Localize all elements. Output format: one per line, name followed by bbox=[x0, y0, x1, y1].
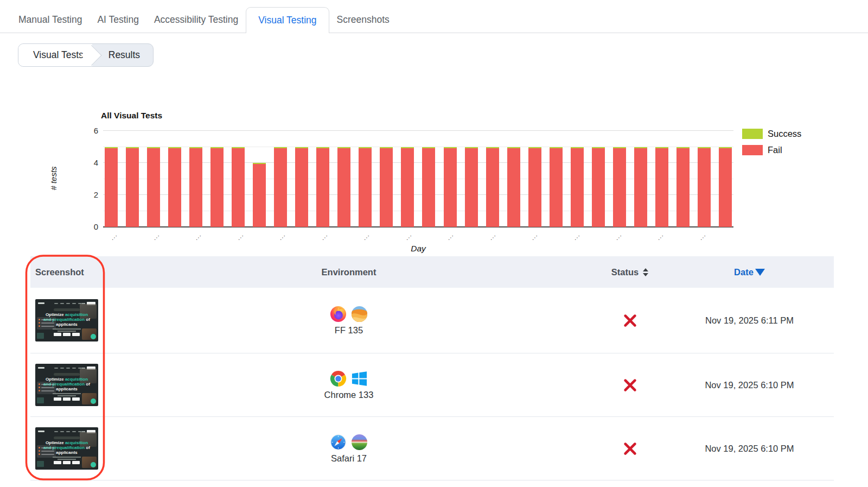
result-date: Nov 19, 2025 6:10 PM bbox=[665, 444, 834, 454]
fail-bar bbox=[676, 147, 690, 227]
environment-label: Safari 17 bbox=[331, 453, 367, 464]
legend-entry-fail: Fail bbox=[742, 145, 801, 155]
legend-label: Fail bbox=[768, 145, 782, 155]
thumb-chat-widget-icon bbox=[91, 334, 96, 339]
x-tick-label: ... bbox=[655, 231, 665, 241]
fail-bar bbox=[444, 147, 457, 227]
fail-bar bbox=[401, 147, 414, 227]
thumb-bottom-left-block bbox=[37, 397, 44, 403]
chart-y-axis-label: # tests bbox=[49, 157, 58, 200]
screenshot-thumbnail[interactable]: Optimize acquisition and prequalificatio… bbox=[35, 299, 98, 341]
windows-icon bbox=[351, 370, 368, 387]
fail-bar bbox=[422, 147, 435, 227]
tab-accessibility-testing[interactable]: Accessibility Testing bbox=[146, 7, 246, 33]
screenshot-thumbnail[interactable]: Optimize acquisition and prequalificatio… bbox=[35, 364, 98, 406]
y-tick-label: 4 bbox=[84, 158, 98, 167]
sort-desc-icon bbox=[755, 269, 765, 276]
chrome-icon bbox=[330, 370, 347, 387]
fail-status-icon bbox=[623, 378, 637, 393]
fail-bar bbox=[698, 147, 711, 227]
thumb-cta-buttons bbox=[54, 333, 80, 336]
tab-visual-testing[interactable]: Visual Testing bbox=[246, 7, 329, 33]
tab-manual-testing[interactable]: Manual Testing bbox=[11, 7, 90, 33]
environment-label: FF 135 bbox=[335, 325, 363, 336]
chart-legend: SuccessFail bbox=[742, 129, 801, 161]
screenshot-cell: Optimize acquisition and prequalificatio… bbox=[30, 427, 103, 470]
screenshot-thumbnail[interactable]: Optimize acquisition and prequalificatio… bbox=[35, 427, 98, 470]
fail-bar bbox=[337, 147, 350, 227]
environment-cell: Safari 17 bbox=[103, 434, 595, 464]
table-header-row: Screenshot Environment Status Date bbox=[30, 256, 834, 288]
legend-label: Success bbox=[768, 129, 801, 139]
x-tick-label: ... bbox=[361, 231, 371, 241]
table-row: Optimize acquisition and prequalificatio… bbox=[30, 353, 834, 417]
fail-bar bbox=[655, 147, 668, 227]
x-tick-label: ... bbox=[151, 231, 161, 241]
fail-bar bbox=[253, 163, 266, 227]
chart-title: All Visual Tests bbox=[101, 111, 162, 121]
column-header-status[interactable]: Status bbox=[595, 267, 665, 277]
thumb-badge bbox=[54, 308, 80, 311]
status-cell bbox=[595, 313, 665, 328]
thumb-badge bbox=[54, 373, 80, 376]
fail-bar bbox=[147, 147, 160, 227]
status-cell bbox=[595, 378, 665, 393]
fail-bar bbox=[528, 147, 541, 227]
result-date: Nov 19, 2025 6:10 PM bbox=[665, 380, 834, 390]
legend-entry-success: Success bbox=[742, 129, 801, 139]
thumb-bottom-left-block bbox=[37, 461, 44, 467]
x-tick-label: ... bbox=[193, 231, 202, 241]
fail-status-icon bbox=[623, 441, 637, 456]
thumb-chat-widget-icon bbox=[91, 462, 96, 467]
fail-bar bbox=[465, 147, 478, 227]
thumb-cta-buttons bbox=[54, 461, 80, 464]
tab-ai-testing[interactable]: AI Testing bbox=[90, 7, 146, 33]
thumb-side-panel bbox=[37, 445, 56, 458]
legend-swatch bbox=[742, 129, 763, 139]
thumb-logo bbox=[38, 431, 44, 432]
sort-icon[interactable] bbox=[643, 268, 648, 276]
fail-bar bbox=[486, 147, 499, 227]
fail-bar bbox=[210, 147, 224, 227]
x-tick-label: ... bbox=[277, 231, 286, 241]
breadcrumb-label: Results bbox=[108, 49, 140, 61]
thumb-chat-widget-icon bbox=[91, 399, 96, 404]
all-visual-tests-chart: All Visual Tests # tests 0246 ..........… bbox=[0, 106, 868, 257]
thumb-headline-segment: Optimize bbox=[46, 377, 65, 382]
chart-plot-area bbox=[103, 131, 733, 227]
visual-testing-page: Manual TestingAI TestingAccessibility Te… bbox=[0, 0, 868, 487]
thumb-badge bbox=[54, 437, 80, 439]
fail-bar bbox=[359, 147, 372, 227]
environment-cell: Chrome 133 bbox=[103, 370, 595, 400]
results-table: Screenshot Environment Status Date Optim… bbox=[30, 256, 834, 480]
fail-bar bbox=[126, 147, 139, 227]
screenshot-cell: Optimize acquisition and prequalificatio… bbox=[30, 364, 103, 406]
x-tick-label: ... bbox=[445, 231, 455, 241]
fail-bar bbox=[380, 147, 393, 227]
y-tick-label: 0 bbox=[84, 222, 98, 231]
safari-icon bbox=[330, 434, 347, 451]
y-tick-label: 2 bbox=[84, 190, 98, 199]
fail-bar bbox=[550, 147, 563, 227]
thumb-cta-buttons bbox=[54, 397, 80, 401]
breadcrumb-item-visual-tests[interactable]: Visual Tests bbox=[18, 44, 92, 66]
thumb-logo bbox=[38, 367, 44, 369]
thumb-side-panel bbox=[37, 317, 56, 330]
thumb-logo bbox=[38, 302, 44, 304]
tab-bar: Manual TestingAI TestingAccessibility Te… bbox=[0, 0, 868, 33]
thumb-headline-segment: Optimize bbox=[46, 312, 65, 317]
fail-bar bbox=[507, 147, 520, 227]
macos-ventura-icon bbox=[351, 306, 368, 322]
fail-bar bbox=[232, 147, 245, 227]
x-tick-label: ... bbox=[571, 231, 580, 241]
table-row: Optimize acquisition and prequalificatio… bbox=[30, 288, 834, 353]
x-tick-label: ... bbox=[403, 231, 413, 241]
column-header-date[interactable]: Date bbox=[665, 267, 834, 277]
environment-label: Chrome 133 bbox=[324, 390, 374, 400]
thumb-side-panel bbox=[37, 382, 56, 394]
column-header-environment: Environment bbox=[103, 267, 595, 277]
tab-screenshots[interactable]: Screenshots bbox=[329, 7, 397, 33]
fail-status-icon bbox=[623, 313, 637, 328]
x-tick-label: ... bbox=[529, 231, 539, 241]
x-tick-label: ... bbox=[613, 231, 623, 241]
